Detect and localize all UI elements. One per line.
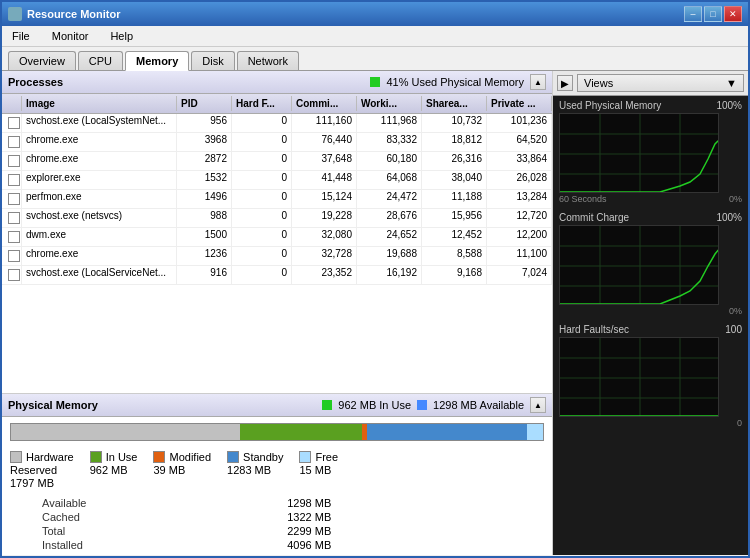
col-check [2, 96, 22, 111]
table-cell: 15,956 [422, 209, 487, 227]
legend-value-modified: 39 MB [153, 464, 211, 476]
chart1-area [559, 113, 719, 193]
chart-hard-faults: Hard Faults/sec 100 [553, 320, 748, 432]
table-cell: 12,452 [422, 228, 487, 246]
col-hardfault[interactable]: Hard F... [232, 96, 292, 111]
processes-table: Image PID Hard F... Commi... Worki... Sh… [2, 94, 552, 393]
table-row[interactable]: svchost.exe (LocalServiceNet...916023,35… [2, 266, 552, 285]
table-row[interactable]: chrome.exe2872037,64860,18026,31633,864 [2, 152, 552, 171]
table-row[interactable]: dwm.exe1500032,08024,65212,45212,200 [2, 228, 552, 247]
tab-overview[interactable]: Overview [8, 51, 76, 70]
table-cell: 19,228 [292, 209, 357, 227]
legend-color-free [299, 451, 311, 463]
row-checkbox-3[interactable] [2, 171, 22, 189]
table-cell: 26,316 [422, 152, 487, 170]
row-checkbox-4[interactable] [2, 190, 22, 208]
table-cell: dwm.exe [22, 228, 177, 246]
row-checkbox-8[interactable] [2, 266, 22, 284]
tab-network[interactable]: Network [237, 51, 299, 70]
physical-memory-collapse-button[interactable]: ▲ [530, 397, 546, 413]
table-row[interactable]: svchost.exe (netsvcs)988019,22828,67615,… [2, 209, 552, 228]
legend-value-hardware: 1797 MB [10, 477, 74, 489]
table-cell: 12,720 [487, 209, 552, 227]
legend-inuse: In Use 962 MB [90, 451, 138, 489]
table-cell: 16,192 [357, 266, 422, 284]
close-button[interactable]: ✕ [724, 6, 742, 22]
maximize-button[interactable]: □ [704, 6, 722, 22]
checkbox-icon[interactable] [8, 136, 20, 148]
table-cell: 64,520 [487, 133, 552, 151]
row-checkbox-5[interactable] [2, 209, 22, 227]
table-row[interactable]: svchost.exe (LocalSystemNet...9560111,16… [2, 114, 552, 133]
table-cell: 0 [232, 152, 292, 170]
stat-label-total: Total [42, 525, 267, 537]
table-cell: 37,648 [292, 152, 357, 170]
menu-help[interactable]: Help [104, 28, 139, 44]
table-cell: chrome.exe [22, 247, 177, 265]
legend-color-inuse [90, 451, 102, 463]
processes-collapse-button[interactable]: ▲ [530, 74, 546, 90]
checkbox-icon[interactable] [8, 250, 20, 262]
col-shareable[interactable]: Sharea... [422, 96, 487, 111]
table-cell: 41,448 [292, 171, 357, 189]
menu-bar: File Monitor Help [2, 26, 748, 47]
table-cell: explorer.exe [22, 171, 177, 189]
menu-file[interactable]: File [6, 28, 36, 44]
table-cell: 3968 [177, 133, 232, 151]
chart3-pct: 100 [725, 324, 742, 335]
chart2-pct: 100% [716, 212, 742, 223]
checkbox-icon[interactable] [8, 193, 20, 205]
table-row[interactable]: chrome.exe1236032,72819,6888,58811,100 [2, 247, 552, 266]
minimize-button[interactable]: – [684, 6, 702, 22]
row-checkbox-2[interactable] [2, 152, 22, 170]
row-checkbox-6[interactable] [2, 228, 22, 246]
row-checkbox-1[interactable] [2, 133, 22, 151]
stat-label-available: Available [42, 497, 267, 509]
table-cell: 7,024 [487, 266, 552, 284]
row-checkbox-7[interactable] [2, 247, 22, 265]
table-cell: perfmon.exe [22, 190, 177, 208]
tab-bar: Overview CPU Memory Disk Network [2, 47, 748, 71]
col-commit[interactable]: Commi... [292, 96, 357, 111]
memory-bar-container [2, 417, 552, 447]
table-row[interactable]: chrome.exe3968076,44083,33218,81264,520 [2, 133, 552, 152]
row-checkbox-0[interactable] [2, 114, 22, 132]
table-cell: 13,284 [487, 190, 552, 208]
legend-label-standby: Standby [243, 451, 283, 463]
table-row[interactable]: explorer.exe1532041,44864,06838,04026,02… [2, 171, 552, 190]
panel-arrow-button[interactable]: ▶ [557, 75, 573, 91]
bar-free [527, 424, 543, 440]
memory-bar [10, 423, 544, 441]
legend-label-hardware: Hardware [26, 451, 74, 463]
checkbox-icon[interactable] [8, 117, 20, 129]
col-private[interactable]: Private ... [487, 96, 552, 111]
table-cell: 0 [232, 133, 292, 151]
chart3-svg [560, 338, 718, 416]
checkbox-icon[interactable] [8, 231, 20, 243]
table-cell: 24,472 [357, 190, 422, 208]
checkbox-icon[interactable] [8, 269, 20, 281]
col-image[interactable]: Image [22, 96, 177, 111]
tab-memory[interactable]: Memory [125, 51, 189, 71]
menu-monitor[interactable]: Monitor [46, 28, 95, 44]
table-header: Image PID Hard F... Commi... Worki... Sh… [2, 94, 552, 114]
memory-stats: Available 1298 MB Cached 1322 MB Total 2… [2, 493, 552, 555]
table-row[interactable]: perfmon.exe1496015,12424,47211,18813,284 [2, 190, 552, 209]
checkbox-icon[interactable] [8, 212, 20, 224]
legend-label-modified: Modified [169, 451, 211, 463]
chart1-bottom-right: 0% [729, 194, 742, 204]
processes-table-body: svchost.exe (LocalSystemNet...9560111,16… [2, 114, 552, 393]
col-working[interactable]: Worki... [357, 96, 422, 111]
table-cell: 32,728 [292, 247, 357, 265]
chart3-label: Hard Faults/sec [559, 324, 629, 335]
views-button[interactable]: Views ▼ [577, 74, 744, 92]
app-icon [8, 7, 22, 21]
checkbox-icon[interactable] [8, 155, 20, 167]
table-cell: 0 [232, 247, 292, 265]
table-cell: 32,080 [292, 228, 357, 246]
checkbox-icon[interactable] [8, 174, 20, 186]
tab-cpu[interactable]: CPU [78, 51, 123, 70]
legend-label-free: Free [315, 451, 338, 463]
col-pid[interactable]: PID [177, 96, 232, 111]
tab-disk[interactable]: Disk [191, 51, 234, 70]
